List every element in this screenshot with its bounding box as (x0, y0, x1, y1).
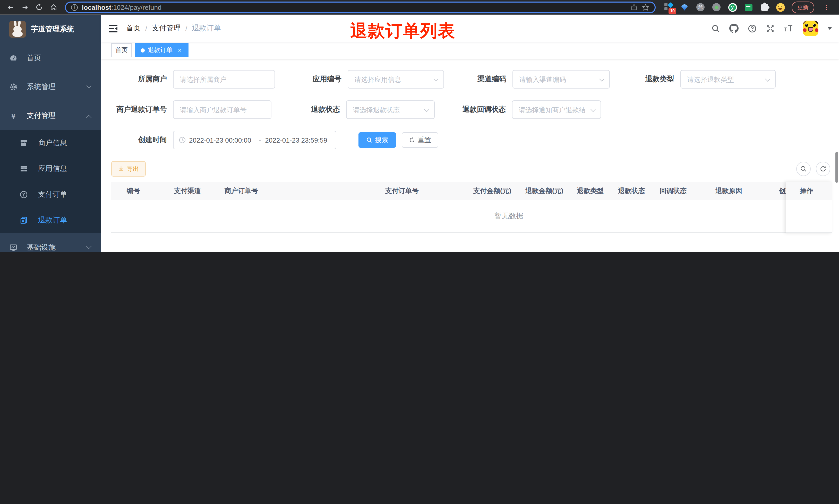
sidebar: 芋道管理系统 首页 系统管理 ¥ 支付管理 (0, 15, 101, 252)
sidebar-item-system[interactable]: 系统管理 (0, 73, 101, 102)
app-select[interactable] (347, 70, 444, 89)
app-logo[interactable]: 芋道管理系统 (0, 15, 101, 44)
field-label: 所属商户 (111, 75, 173, 84)
breadcrumb-current: 退款订单 (192, 24, 221, 33)
refund-status-select[interactable] (346, 101, 435, 119)
home-icon[interactable] (47, 1, 60, 13)
clock-icon (179, 137, 186, 144)
fullscreen-icon[interactable] (766, 24, 774, 33)
sidebar-item-label: 退款订单 (38, 216, 67, 225)
column-header: 退款状态 (613, 186, 655, 195)
column-header: 编号 (111, 186, 169, 195)
sidebar-item-merchant-info[interactable]: 商户信息 (0, 130, 101, 156)
search-icon[interactable] (711, 24, 720, 33)
sidebar-item-refund-order[interactable]: 退款订单 (0, 208, 101, 233)
extension-y-icon[interactable] (728, 3, 737, 12)
sidebar-item-infra[interactable]: 基础设施 (0, 233, 101, 252)
chevron-up-icon (86, 115, 91, 120)
column-header: 支付订单号 (380, 186, 468, 195)
close-icon[interactable] (177, 47, 183, 53)
scrollbar-thumb[interactable] (835, 152, 838, 183)
export-button[interactable]: 导出 (111, 161, 146, 177)
dashboard-gauge-icon (9, 54, 18, 62)
sidebar-item-home[interactable]: 首页 (0, 44, 101, 73)
column-header: 回调状态 (655, 186, 710, 195)
logo-rabbit-image (9, 21, 26, 38)
sidebar-item-payment[interactable]: ¥ 支付管理 (0, 102, 101, 130)
browser-menu-dots-icon[interactable]: ⋮ (821, 3, 832, 11)
breadcrumb-separator: / (145, 24, 147, 32)
field-label: 渠道编码 (444, 75, 513, 84)
font-size-icon[interactable] (784, 24, 794, 32)
url-text[interactable]: localhost:1024/pay/refund (82, 3, 626, 11)
url-bar[interactable]: i localhost:1024/pay/refund (65, 1, 656, 13)
refund-callback-status-select[interactable] (512, 101, 601, 119)
monitor-icon (9, 244, 18, 252)
breadcrumb-payment[interactable]: 支付管理 (152, 24, 181, 33)
extensions-puzzle-icon[interactable] (760, 3, 769, 12)
active-dot-icon (141, 48, 145, 52)
breadcrumb-home[interactable]: 首页 (126, 24, 141, 33)
share-icon[interactable] (630, 4, 638, 11)
tab-home[interactable]: 首页 (111, 43, 132, 57)
yen-circle-icon (20, 191, 28, 199)
page-info-icon[interactable]: i (71, 4, 78, 11)
help-icon[interactable] (748, 24, 756, 33)
show-search-toggle-button[interactable] (796, 162, 811, 176)
breadcrumb-separator: / (185, 24, 188, 32)
merchant-refund-no-input[interactable] (173, 101, 271, 119)
chevron-down-icon (86, 244, 91, 249)
table-empty-row: 暂无数据 (111, 200, 832, 233)
search-button[interactable]: 搜索 (358, 132, 396, 148)
sidebar-item-label: 支付订单 (38, 190, 67, 199)
caret-down-icon[interactable] (828, 27, 832, 30)
sidebar-collapse-icon[interactable] (101, 24, 126, 33)
refund-type-select[interactable] (680, 70, 775, 89)
field-label: 退款类型 (610, 75, 680, 84)
extension-gem-icon[interactable] (680, 3, 689, 12)
range-start-value[interactable]: 2022-01-23 00:00:00 (189, 136, 255, 144)
page-annotation: 退款订单列表 (350, 20, 455, 43)
column-header: 创建时间 (773, 186, 786, 195)
column-header: 支付金额(元) (468, 186, 520, 195)
tags-view-bar: 首页 退款订单 (101, 42, 839, 59)
extension-command-icon[interactable] (696, 3, 705, 12)
filter-row-2: 商户退款订单号 退款状态 退款回调状态 (111, 101, 832, 119)
sidebar-item-pay-order[interactable]: 支付订单 (0, 182, 101, 208)
sidebar-item-app-info[interactable]: 应用信息 (0, 156, 101, 182)
sidebar-item-label: 商户信息 (38, 139, 67, 148)
top-navbar: 首页 / 支付管理 / 退款订单 退款订单列表 (101, 15, 839, 42)
yen-icon: ¥ (9, 112, 18, 120)
back-icon[interactable] (4, 1, 17, 13)
extension-chat-icon[interactable] (744, 3, 753, 12)
app-title: 芋道管理系统 (31, 25, 74, 34)
extensions-row: 10 更新 ⋮ (661, 1, 835, 13)
column-header: 退款金额(元) (520, 186, 572, 195)
tab-refund-order[interactable]: 退款订单 (135, 43, 189, 57)
profile-emoji-icon[interactable] (775, 3, 785, 12)
user-avatar[interactable] (803, 21, 818, 36)
channel-code-select[interactable] (513, 70, 610, 89)
sidebar-item-label: 支付管理 (27, 111, 56, 121)
breadcrumb: 首页 / 支付管理 / 退款订单 (126, 24, 221, 33)
range-end-value[interactable]: 2022-01-23 23:59:59 (265, 136, 331, 144)
gear-icon (9, 83, 18, 91)
browser-update-button[interactable]: 更新 (792, 1, 814, 13)
extension-blocker-icon[interactable]: 10 (664, 3, 673, 12)
reset-button[interactable]: 重置 (402, 132, 438, 148)
merchant-select-input[interactable] (173, 70, 275, 89)
extension-badge: 10 (668, 8, 676, 14)
table-header-row: 编号 支付渠道 商户订单号 支付订单号 支付金额(元) 退款金额(元) 退款类型… (111, 182, 832, 200)
github-icon[interactable] (729, 24, 738, 33)
reload-icon[interactable] (33, 1, 45, 13)
browser-toolbar: i localhost:1024/pay/refund 10 更新 ⋮ (0, 0, 839, 15)
bookmark-star-icon[interactable] (642, 3, 649, 11)
field-label: 商户退款订单号 (111, 105, 173, 114)
refresh-button[interactable] (816, 162, 830, 176)
create-time-range-picker[interactable]: 2022-01-23 00:00:00 - 2022-01-23 23:59:5… (173, 131, 336, 149)
extension-dot-icon[interactable] (712, 3, 721, 12)
empty-text: 暂无数据 (495, 212, 523, 221)
forward-icon[interactable] (19, 1, 31, 13)
filter-row-1: 所属商户 应用编号 渠道编码 退款类型 (111, 70, 832, 89)
column-header: 支付渠道 (169, 186, 219, 195)
